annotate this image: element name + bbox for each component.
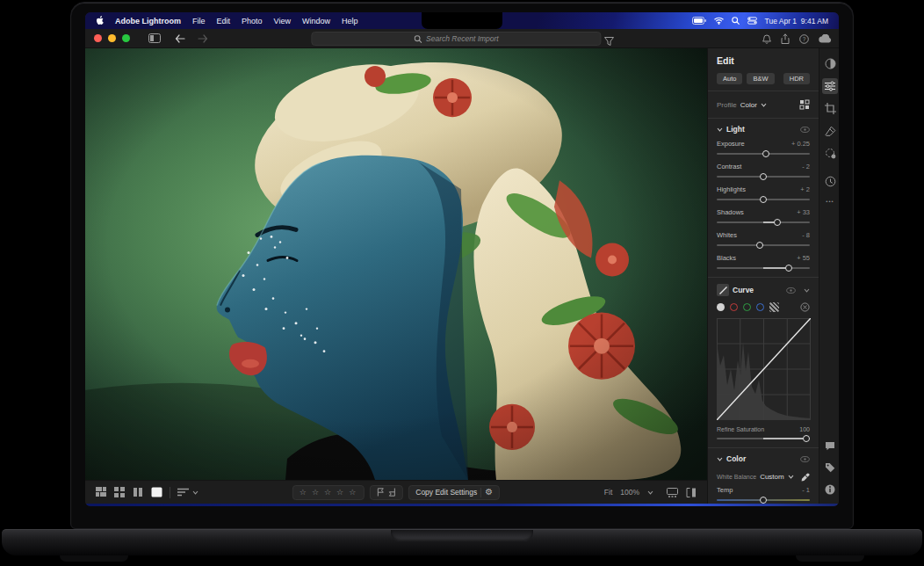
light-collapse-chevron-icon[interactable] bbox=[717, 127, 723, 132]
white-balance-chevron-icon[interactable] bbox=[788, 475, 794, 479]
info-icon[interactable] bbox=[825, 484, 835, 495]
profile-value[interactable]: Color bbox=[740, 101, 757, 109]
close-button[interactable] bbox=[94, 34, 102, 42]
fit-label[interactable]: Fit bbox=[604, 488, 612, 497]
minimize-button[interactable] bbox=[108, 34, 116, 42]
temp-slider[interactable]: Temp- 1 bbox=[717, 486, 810, 501]
cloud-sync-icon[interactable] bbox=[819, 34, 832, 43]
menu-window[interactable]: Window bbox=[302, 17, 330, 25]
notifications-bell-icon[interactable] bbox=[762, 34, 771, 44]
blacks-slider[interactable]: Blacks+ 55 bbox=[717, 254, 810, 269]
slider-knob[interactable] bbox=[803, 435, 810, 442]
spotlight-search-icon[interactable] bbox=[732, 17, 740, 25]
curve-channel-green[interactable] bbox=[743, 303, 751, 311]
photo-grid-view-icon[interactable] bbox=[96, 487, 106, 497]
bw-button[interactable]: B&W bbox=[747, 73, 774, 84]
slider-knob[interactable] bbox=[762, 150, 769, 157]
copy-edit-settings-button[interactable]: Copy Edit Settings bbox=[415, 488, 477, 497]
star-rating[interactable]: ☆☆☆☆☆ bbox=[292, 485, 365, 500]
masking-icon[interactable] bbox=[825, 148, 836, 159]
slider-value: + 55 bbox=[797, 254, 810, 262]
menu-help[interactable]: Help bbox=[342, 17, 358, 25]
sort-icon[interactable] bbox=[177, 488, 189, 497]
star-icon[interactable]: ☆ bbox=[349, 488, 357, 497]
slider-knob[interactable] bbox=[760, 497, 767, 504]
filter-icon[interactable] bbox=[604, 33, 614, 49]
curve-section-title[interactable]: Curve bbox=[733, 286, 754, 294]
shadows-slider[interactable]: Shadows+ 33 bbox=[717, 208, 810, 223]
curve-collapse-chevron-icon[interactable] bbox=[804, 288, 810, 293]
pick-flag-icon[interactable] bbox=[377, 488, 385, 497]
square-grid-view-icon[interactable] bbox=[114, 487, 125, 497]
profile-browser-icon[interactable] bbox=[799, 99, 810, 110]
refine-saturation-slider[interactable] bbox=[717, 438, 810, 439]
help-icon[interactable]: ? bbox=[799, 34, 809, 44]
white-balance-value[interactable]: Custom bbox=[760, 473, 784, 481]
color-visibility-eye-icon[interactable] bbox=[800, 456, 810, 462]
fullscreen-button[interactable] bbox=[122, 34, 130, 42]
color-section-title[interactable]: Color bbox=[726, 454, 746, 463]
zoom-chevron-icon[interactable] bbox=[647, 490, 653, 495]
slider-knob[interactable] bbox=[785, 265, 792, 272]
wifi-icon[interactable] bbox=[714, 17, 724, 25]
hdr-button[interactable]: HDR bbox=[783, 73, 810, 84]
curve-channel-all[interactable] bbox=[717, 303, 725, 311]
slider-knob[interactable] bbox=[760, 196, 767, 203]
keywords-icon[interactable] bbox=[825, 462, 835, 473]
healing-icon[interactable] bbox=[825, 126, 836, 136]
star-icon[interactable]: ☆ bbox=[324, 488, 333, 497]
exposure-slider[interactable]: Exposure+ 0.25 bbox=[717, 140, 810, 155]
reject-flag-icon[interactable] bbox=[388, 488, 396, 497]
presets-icon[interactable] bbox=[825, 58, 836, 69]
compare-view-icon[interactable] bbox=[133, 487, 143, 497]
color-collapse-chevron-icon[interactable] bbox=[717, 457, 723, 461]
tone-curve-plot[interactable] bbox=[717, 318, 811, 420]
auto-button[interactable]: Auto bbox=[717, 73, 742, 84]
versions-icon[interactable] bbox=[825, 176, 836, 187]
curve-tool-icon[interactable] bbox=[717, 284, 729, 296]
curve-channel-red[interactable] bbox=[730, 303, 738, 311]
slider-knob[interactable] bbox=[760, 173, 767, 180]
forward-arrow-icon[interactable] bbox=[198, 34, 208, 43]
reset-curve-icon[interactable] bbox=[800, 302, 810, 312]
gear-icon[interactable]: ⚙ bbox=[485, 488, 493, 497]
star-icon[interactable]: ☆ bbox=[336, 488, 345, 497]
before-after-icon[interactable] bbox=[686, 488, 697, 497]
apple-menu-icon[interactable] bbox=[96, 16, 104, 25]
slider-knob[interactable] bbox=[756, 242, 763, 249]
profile-chevron-icon[interactable] bbox=[761, 103, 767, 107]
control-center-icon[interactable] bbox=[747, 17, 757, 25]
search-input[interactable]: Search Recent Import bbox=[311, 32, 601, 46]
menubar-clock[interactable]: Tue Apr 1 9:41 AM bbox=[765, 17, 828, 25]
star-icon[interactable]: ☆ bbox=[312, 488, 321, 497]
sort-chevron-icon[interactable] bbox=[192, 490, 199, 495]
battery-icon[interactable] bbox=[692, 17, 706, 25]
star-icon[interactable]: ☆ bbox=[300, 488, 308, 497]
crop-icon[interactable] bbox=[825, 103, 836, 114]
contrast-slider[interactable]: Contrast- 2 bbox=[717, 163, 810, 178]
sidebar-toggle-icon[interactable] bbox=[148, 33, 161, 43]
highlights-slider[interactable]: Highlights+ 2 bbox=[717, 185, 810, 200]
light-visibility-eye-icon[interactable] bbox=[800, 127, 810, 133]
edit-sliders-icon[interactable] bbox=[822, 78, 838, 94]
targeted-adjustment-icon[interactable] bbox=[769, 302, 779, 312]
menu-edit[interactable]: Edit bbox=[217, 17, 231, 25]
slideshow-icon[interactable] bbox=[667, 488, 678, 497]
photo-canvas[interactable] bbox=[85, 48, 707, 480]
comments-icon[interactable] bbox=[825, 441, 835, 451]
whites-slider[interactable]: Whites- 8 bbox=[717, 231, 810, 246]
curve-channel-blue[interactable] bbox=[756, 303, 764, 311]
curve-visibility-eye-icon[interactable] bbox=[786, 287, 796, 294]
slider-knob[interactable] bbox=[774, 219, 781, 226]
menu-view[interactable]: View bbox=[274, 17, 291, 25]
menubar-app-name[interactable]: Adobe Lightroom bbox=[115, 17, 181, 25]
menu-photo[interactable]: Photo bbox=[242, 17, 263, 25]
menu-file[interactable]: File bbox=[192, 17, 206, 25]
detail-view-icon[interactable] bbox=[151, 487, 162, 497]
zoom-level[interactable]: 100% bbox=[620, 488, 639, 497]
back-arrow-icon[interactable] bbox=[175, 34, 185, 43]
eyedropper-icon[interactable] bbox=[801, 473, 810, 482]
share-icon[interactable] bbox=[781, 33, 790, 44]
more-tools-icon[interactable]: ••• bbox=[826, 199, 834, 204]
light-section-title[interactable]: Light bbox=[726, 125, 745, 134]
